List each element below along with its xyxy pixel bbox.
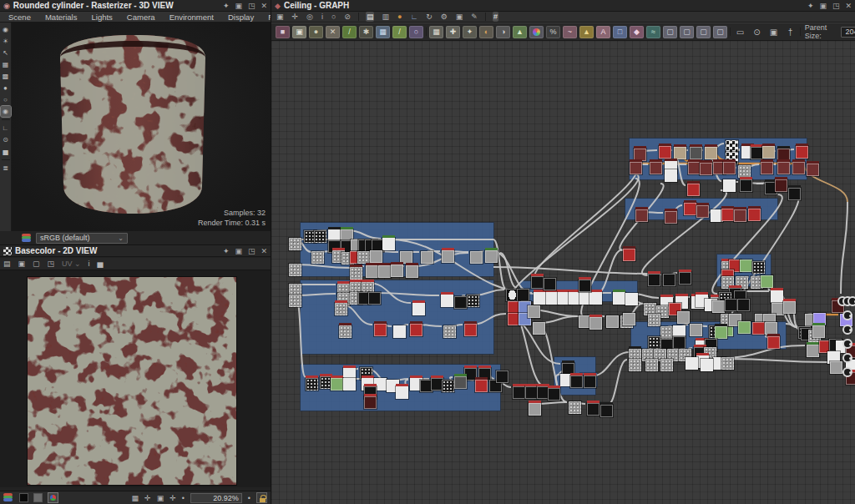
graph-node[interactable] [306, 378, 318, 391]
graph-node[interactable] [378, 265, 391, 278]
graph-node[interactable] [748, 209, 761, 221]
comment-icon[interactable]: ▭ [733, 26, 747, 38]
graph-node[interactable] [548, 388, 560, 401]
tile-sampler-node-icon[interactable]: ▦ [429, 26, 443, 38]
graph-node[interactable] [648, 336, 660, 349]
graph-node[interactable] [382, 238, 395, 250]
graph-node[interactable] [331, 378, 343, 391]
recompute-icon[interactable]: ↻ [425, 12, 433, 22]
graph-node[interactable] [343, 378, 356, 391]
graph-node[interactable] [765, 322, 777, 335]
wire[interactable] [296, 294, 336, 295]
close-icon[interactable]: ✕ [845, 2, 852, 10]
graph-node[interactable] [475, 380, 488, 392]
graph-node[interactable] [740, 179, 752, 192]
pin-icon[interactable]: ✦ [807, 2, 814, 10]
graph-node[interactable] [725, 299, 737, 311]
graph-node[interactable] [674, 147, 686, 159]
stats-icon[interactable]: ▅ [1, 146, 11, 157]
menu-camera[interactable]: Camera [127, 13, 155, 22]
graph-node[interactable] [454, 376, 467, 389]
graph-node[interactable] [587, 403, 600, 416]
fill-node-icon[interactable]: ◆ [630, 26, 644, 38]
fit-view-icon[interactable]: ▣ [276, 12, 285, 22]
wire[interactable] [493, 239, 506, 289]
graph-node[interactable] [396, 386, 408, 399]
viewer2d-viewport[interactable]: 2048 x 2048 (RGBA, 8bpc) [0, 270, 271, 487]
graph-node[interactable] [534, 292, 546, 305]
histogram-icon[interactable]: ▅ [98, 260, 104, 268]
background-black-swatch[interactable] [19, 493, 28, 502]
graph-node[interactable] [364, 396, 377, 409]
export-icon[interactable]: ▤ [3, 260, 11, 268]
graph-node[interactable] [629, 359, 641, 371]
viewer3d-viewport[interactable]: ◉☀↖▦▩●○◉∟⊙▅≣ Samples: 32 Render Time: 0.… [0, 23, 271, 231]
graph-node[interactable] [374, 324, 387, 336]
graph-node[interactable] [665, 169, 677, 182]
graph-node[interactable] [677, 311, 690, 324]
unlink-icon[interactable]: ⊘ [343, 12, 352, 22]
graph-node[interactable] [485, 250, 498, 263]
graph-node[interactable] [761, 162, 773, 174]
graph-node[interactable] [606, 315, 619, 328]
graph-node[interactable] [391, 265, 403, 277]
graph-node[interactable] [792, 162, 805, 174]
graph-node[interactable] [726, 140, 738, 153]
graph-canvas[interactable] [271, 41, 855, 504]
material-node-icon[interactable]: ✦ [463, 26, 477, 38]
graph-node[interactable] [734, 209, 746, 222]
graph-node[interactable] [442, 250, 454, 263]
graph-node[interactable] [705, 147, 717, 159]
cursor-icon[interactable]: ↖ [1, 48, 11, 58]
wire[interactable] [841, 202, 847, 294]
frame-node-icon[interactable]: ▣ [766, 26, 781, 38]
graph-node[interactable] [687, 184, 700, 196]
graph-node[interactable] [721, 357, 734, 370]
wire[interactable] [375, 293, 439, 295]
graph-node[interactable] [701, 359, 713, 371]
graph-node[interactable] [650, 162, 662, 174]
graph-node[interactable] [659, 146, 671, 159]
transform-node-icon[interactable]: ▦ [376, 26, 390, 38]
graph-node[interactable] [579, 280, 591, 292]
graph-node[interactable] [712, 300, 725, 313]
graph-node[interactable] [645, 359, 658, 371]
graph-node[interactable] [807, 345, 819, 357]
wire[interactable] [493, 267, 648, 274]
graph-node[interactable] [443, 325, 456, 338]
graph-node[interactable] [673, 336, 686, 349]
graph-node[interactable] [679, 272, 691, 285]
menu-scene[interactable]: Scene [8, 13, 31, 22]
wire[interactable] [535, 167, 637, 280]
restore-icon[interactable]: ▣ [235, 2, 242, 10]
graph-node[interactable] [546, 292, 559, 305]
graph-node[interactable] [496, 370, 508, 383]
graph-node[interactable] [690, 147, 702, 159]
graph-node[interactable] [529, 403, 541, 416]
graph-node[interactable] [761, 275, 773, 288]
output-node[interactable] [842, 325, 852, 335]
graph-node[interactable] [569, 401, 581, 414]
graph-node[interactable] [517, 289, 529, 301]
graph-node[interactable] [289, 295, 301, 307]
graph-node[interactable] [688, 162, 701, 174]
bitmap-node-icon[interactable]: % [546, 26, 560, 38]
graph-node[interactable] [410, 324, 422, 336]
viewer3d-header[interactable]: ◉ Rounded cylinder - Rasterizer - 3D VIE… [0, 0, 271, 12]
center-icon[interactable]: ✛ [169, 494, 176, 502]
panel-icon[interactable]: ▥ [381, 12, 390, 22]
zoom-icon[interactable]: ○ [331, 12, 336, 22]
graph-node[interactable] [788, 188, 801, 200]
graph-node[interactable] [470, 251, 483, 264]
restore-icon[interactable]: ▣ [235, 247, 242, 255]
parent-size-width-select[interactable]: 2048 ⌄ [841, 27, 855, 38]
graph-node[interactable] [454, 296, 467, 309]
curve-node-icon[interactable]: / [342, 26, 357, 38]
graph-node[interactable] [441, 295, 453, 307]
graph-node[interactable] [751, 147, 763, 159]
uv-dropdown[interactable]: UV ⌄ [62, 260, 81, 268]
hsl-node-icon[interactable] [529, 26, 544, 38]
gizmo-icon[interactable]: ∟ [1, 123, 11, 134]
dot-node-icon[interactable]: ⊙ [750, 26, 764, 38]
graph-node[interactable] [648, 314, 660, 326]
